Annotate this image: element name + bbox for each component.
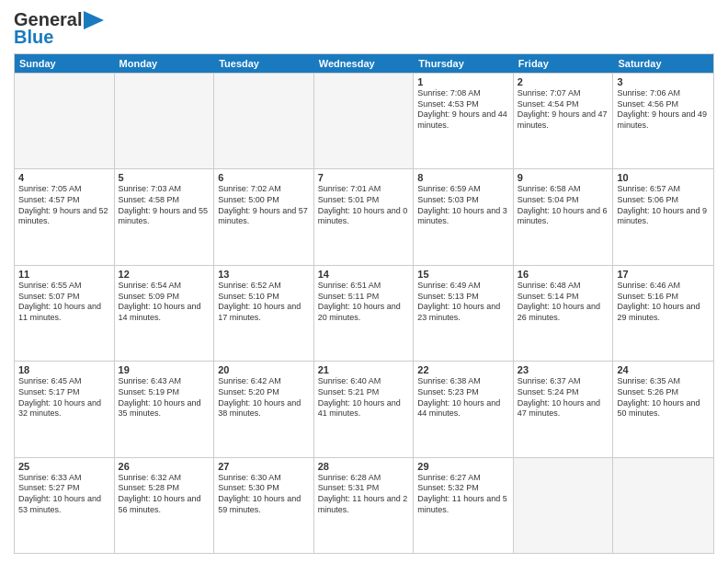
calendar-week-1: 1Sunrise: 7:08 AM Sunset: 4:53 PM Daylig… [15,73,713,168]
day-info: Sunrise: 6:49 AM Sunset: 5:13 PM Dayligh… [417,281,509,324]
day-info: Sunrise: 6:58 AM Sunset: 5:04 PM Dayligh… [518,184,609,227]
calendar-week-2: 4Sunrise: 7:05 AM Sunset: 4:57 PM Daylig… [15,168,713,264]
day-number: 8 [417,172,509,183]
day-cell-12: 12Sunrise: 6:54 AM Sunset: 5:09 PM Dayli… [115,266,215,361]
day-number: 29 [417,461,509,472]
day-cell-27: 27Sunrise: 6:30 AM Sunset: 5:30 PM Dayli… [214,458,314,553]
page: General Blue SundayMondayTuesdayWednesda… [0,0,728,563]
day-info: Sunrise: 7:07 AM Sunset: 4:54 PM Dayligh… [518,88,609,132]
day-cell-17: 17Sunrise: 6:46 AM Sunset: 5:16 PM Dayli… [613,266,713,361]
calendar-header: SundayMondayTuesdayWednesdayThursdayFrid… [15,54,713,73]
day-number: 26 [119,461,210,472]
logo-blue-text: Blue [14,27,53,48]
calendar-body: 1Sunrise: 7:08 AM Sunset: 4:53 PM Daylig… [15,73,713,553]
day-number: 14 [318,269,410,280]
day-cell-18: 18Sunrise: 6:45 AM Sunset: 5:17 PM Dayli… [15,362,115,456]
day-info: Sunrise: 6:40 AM Sunset: 5:21 PM Dayligh… [318,376,410,419]
day-info: Sunrise: 6:55 AM Sunset: 5:07 PM Dayligh… [18,281,110,324]
day-cell-14: 14Sunrise: 6:51 AM Sunset: 5:11 PM Dayli… [314,266,415,361]
day-cell-19: 19Sunrise: 6:43 AM Sunset: 5:19 PM Dayli… [115,362,215,456]
header-day-wednesday: Wednesday [314,54,415,73]
day-number: 18 [18,364,110,375]
day-info: Sunrise: 7:06 AM Sunset: 4:56 PM Dayligh… [617,88,710,132]
day-number: 17 [617,269,710,280]
calendar: SundayMondayTuesdayWednesdayThursdayFrid… [14,53,714,554]
day-info: Sunrise: 6:28 AM Sunset: 5:31 PM Dayligh… [318,473,410,516]
day-number: 24 [617,364,710,375]
day-number: 19 [119,364,210,375]
day-number: 22 [417,364,509,375]
day-number: 10 [617,172,710,183]
day-cell-9: 9Sunrise: 6:58 AM Sunset: 5:04 PM Daylig… [514,169,614,264]
day-cell-8: 8Sunrise: 6:59 AM Sunset: 5:03 PM Daylig… [414,169,514,264]
day-info: Sunrise: 6:54 AM Sunset: 5:09 PM Dayligh… [119,281,210,324]
day-number: 21 [318,364,410,375]
day-info: Sunrise: 6:35 AM Sunset: 5:26 PM Dayligh… [617,376,710,419]
day-cell-empty [514,458,614,553]
day-number: 25 [18,461,110,472]
day-info: Sunrise: 7:05 AM Sunset: 4:57 PM Dayligh… [18,184,110,227]
day-cell-2: 2Sunrise: 7:07 AM Sunset: 4:54 PM Daylig… [514,74,614,168]
day-info: Sunrise: 7:03 AM Sunset: 4:58 PM Dayligh… [119,184,210,227]
day-number: 16 [518,269,609,280]
day-cell-empty [15,74,115,168]
day-cell-6: 6Sunrise: 7:02 AM Sunset: 5:00 PM Daylig… [214,169,314,264]
logo: General Blue [14,9,104,48]
day-cell-28: 28Sunrise: 6:28 AM Sunset: 5:31 PM Dayli… [314,458,415,553]
day-info: Sunrise: 6:59 AM Sunset: 5:03 PM Dayligh… [417,184,509,227]
day-cell-empty [214,74,314,168]
day-number: 5 [119,172,210,183]
header-day-monday: Monday [115,54,215,73]
day-number: 1 [417,76,509,87]
header-day-tuesday: Tuesday [214,54,314,73]
day-number: 23 [518,364,609,375]
day-number: 11 [18,269,110,280]
day-number: 6 [218,172,310,183]
day-number: 15 [417,269,509,280]
calendar-week-3: 11Sunrise: 6:55 AM Sunset: 5:07 PM Dayli… [15,265,713,361]
day-info: Sunrise: 6:33 AM Sunset: 5:27 PM Dayligh… [18,473,110,516]
day-info: Sunrise: 6:37 AM Sunset: 5:24 PM Dayligh… [518,376,609,419]
day-number: 27 [218,461,310,472]
day-number: 20 [218,364,310,375]
day-number: 4 [18,172,110,183]
day-info: Sunrise: 6:38 AM Sunset: 5:23 PM Dayligh… [417,376,509,419]
day-cell-7: 7Sunrise: 7:01 AM Sunset: 5:01 PM Daylig… [314,169,415,264]
day-info: Sunrise: 6:52 AM Sunset: 5:10 PM Dayligh… [218,281,310,324]
header-day-saturday: Saturday [613,54,713,73]
day-info: Sunrise: 6:30 AM Sunset: 5:30 PM Dayligh… [218,473,310,516]
day-cell-empty [613,458,713,553]
day-info: Sunrise: 6:57 AM Sunset: 5:06 PM Dayligh… [617,184,710,227]
day-info: Sunrise: 6:46 AM Sunset: 5:16 PM Dayligh… [617,281,710,324]
calendar-week-4: 18Sunrise: 6:45 AM Sunset: 5:17 PM Dayli… [15,361,713,456]
day-number: 3 [617,76,710,87]
logo-icon [84,11,104,29]
day-number: 28 [318,461,410,472]
day-cell-5: 5Sunrise: 7:03 AM Sunset: 4:58 PM Daylig… [115,169,215,264]
day-info: Sunrise: 7:08 AM Sunset: 4:53 PM Dayligh… [417,88,509,132]
header-day-sunday: Sunday [15,54,115,73]
day-cell-22: 22Sunrise: 6:38 AM Sunset: 5:23 PM Dayli… [414,362,514,456]
day-cell-empty [115,74,215,168]
day-info: Sunrise: 6:51 AM Sunset: 5:11 PM Dayligh… [318,281,410,324]
day-cell-empty [314,74,415,168]
day-number: 9 [518,172,609,183]
day-cell-3: 3Sunrise: 7:06 AM Sunset: 4:56 PM Daylig… [613,74,713,168]
day-cell-10: 10Sunrise: 6:57 AM Sunset: 5:06 PM Dayli… [613,169,713,264]
day-cell-23: 23Sunrise: 6:37 AM Sunset: 5:24 PM Dayli… [514,362,614,456]
calendar-week-5: 25Sunrise: 6:33 AM Sunset: 5:27 PM Dayli… [15,457,713,553]
day-cell-16: 16Sunrise: 6:48 AM Sunset: 5:14 PM Dayli… [514,266,614,361]
day-info: Sunrise: 6:43 AM Sunset: 5:19 PM Dayligh… [119,376,210,419]
day-cell-29: 29Sunrise: 6:27 AM Sunset: 5:32 PM Dayli… [414,458,514,553]
day-cell-25: 25Sunrise: 6:33 AM Sunset: 5:27 PM Dayli… [15,458,115,553]
day-cell-1: 1Sunrise: 7:08 AM Sunset: 4:53 PM Daylig… [414,74,514,168]
day-cell-4: 4Sunrise: 7:05 AM Sunset: 4:57 PM Daylig… [15,169,115,264]
day-cell-24: 24Sunrise: 6:35 AM Sunset: 5:26 PM Dayli… [613,362,713,456]
day-cell-20: 20Sunrise: 6:42 AM Sunset: 5:20 PM Dayli… [214,362,314,456]
day-number: 2 [518,76,609,87]
svg-marker-0 [84,11,104,29]
day-cell-15: 15Sunrise: 6:49 AM Sunset: 5:13 PM Dayli… [414,266,514,361]
header-day-friday: Friday [514,54,614,73]
day-number: 13 [218,269,310,280]
day-info: Sunrise: 6:32 AM Sunset: 5:28 PM Dayligh… [119,473,210,516]
